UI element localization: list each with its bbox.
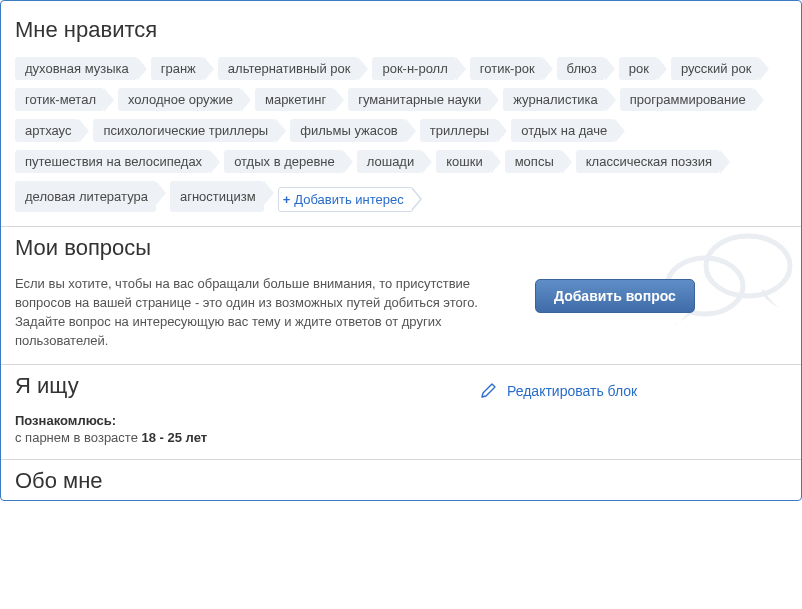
interest-tag[interactable]: готик-рок	[470, 57, 543, 80]
pencil-icon	[481, 383, 497, 399]
interests-tags: духовная музыкагранжальтернативный рокро…	[15, 57, 787, 212]
interest-tag[interactable]: рок	[619, 57, 657, 80]
add-question-button[interactable]: Добавить вопрос	[535, 279, 695, 313]
interest-tag[interactable]: альтернативный рок	[218, 57, 359, 80]
plus-icon: +	[283, 192, 291, 207]
interest-tag[interactable]: духовная музыка	[15, 57, 137, 80]
interest-tag[interactable]: классическая поэзия	[576, 150, 720, 173]
interest-tag[interactable]: триллеры	[420, 119, 497, 142]
interest-tag[interactable]: гранж	[151, 57, 204, 80]
interest-tag[interactable]: артхаус	[15, 119, 79, 142]
interest-tag[interactable]: программирование	[620, 88, 754, 111]
edit-block-link[interactable]: Редактировать блок	[481, 383, 637, 399]
seeking-label: Познакомлюсь:	[15, 413, 787, 428]
interest-tag[interactable]: мопсы	[505, 150, 562, 173]
seeking-section: Я ищу Редактировать блок Познакомлюсь: с…	[1, 365, 801, 460]
interest-tag[interactable]: агностицизм	[170, 181, 264, 212]
interest-tag[interactable]: лошади	[357, 150, 422, 173]
interest-tag[interactable]: гуманитарные науки	[348, 88, 489, 111]
interests-section: Мне нравится духовная музыкагранжальтерн…	[1, 9, 801, 227]
interest-tag[interactable]: фильмы ужасов	[290, 119, 406, 142]
interest-tag[interactable]: рок-н-ролл	[372, 57, 455, 80]
interest-tag[interactable]: отдых на даче	[511, 119, 615, 142]
add-interest-button[interactable]: +Добавить интерес	[278, 187, 413, 212]
interest-tag[interactable]: кошки	[436, 150, 490, 173]
interests-title: Мне нравится	[15, 17, 787, 43]
interest-tag[interactable]: готик-метал	[15, 88, 104, 111]
interest-tag[interactable]: путешествия на велосипедах	[15, 150, 210, 173]
about-section: Обо мне	[1, 460, 801, 500]
interest-tag[interactable]: холодное оружие	[118, 88, 241, 111]
questions-description: Если вы хотите, чтобы на вас обращали бо…	[15, 275, 515, 350]
interest-tag[interactable]: маркетинг	[255, 88, 334, 111]
interest-tag[interactable]: блюз	[557, 57, 605, 80]
interest-tag[interactable]: русский рок	[671, 57, 759, 80]
interest-tag[interactable]: деловая литература	[15, 181, 156, 212]
seeking-value: с парнем в возрасте 18 - 25 лет	[15, 430, 787, 445]
questions-section: Мои вопросы Если вы хотите, чтобы на вас…	[1, 227, 801, 365]
about-title: Обо мне	[15, 468, 787, 494]
interest-tag[interactable]: отдых в деревне	[224, 150, 343, 173]
interest-tag[interactable]: журналистика	[503, 88, 606, 111]
seeking-title: Я ищу	[15, 373, 79, 399]
edit-block-label: Редактировать блок	[507, 383, 637, 399]
interest-tag[interactable]: психологические триллеры	[93, 119, 276, 142]
